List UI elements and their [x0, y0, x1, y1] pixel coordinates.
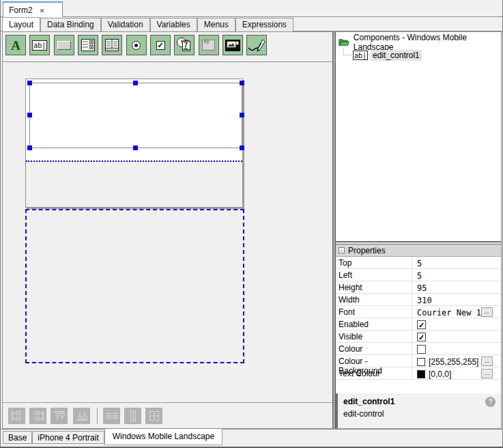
form-extent-outline: [25, 209, 244, 363]
edit-icon: ab|: [32, 40, 47, 51]
same-width-button[interactable]: [103, 408, 120, 424]
enabled-checkbox[interactable]: ✓: [417, 320, 426, 329]
help-icon[interactable]: ?: [485, 397, 495, 407]
property-row-height: Height 95: [336, 281, 501, 294]
resize-handle-top-right[interactable]: [240, 81, 244, 85]
add-listview-button[interactable]: [102, 35, 122, 55]
add-edit-button[interactable]: ab|: [29, 35, 50, 55]
properties-grid: Top 5 Left 5 Height 95 Width 310 Font Co…: [336, 257, 501, 380]
properties-header: - Properties: [336, 244, 501, 257]
close-icon[interactable]: ×: [40, 6, 45, 15]
resize-handle-bottom-left[interactable]: [27, 145, 32, 150]
resize-handle-top-left[interactable]: [27, 81, 32, 85]
signature-icon: [248, 37, 265, 53]
align-right-button[interactable]: [29, 408, 46, 424]
same-size-icon: [148, 410, 160, 422]
background-colour-picker-button[interactable]: ...: [481, 356, 493, 366]
tab-form2-label: Form2: [9, 5, 33, 15]
align-right-icon: [32, 410, 44, 421]
tree-item-label: edit_control1: [371, 50, 422, 61]
add-radiobutton-button[interactable]: [126, 35, 147, 55]
resize-handle-mid-left[interactable]: [27, 113, 32, 117]
folder-icon: [339, 38, 349, 46]
designer-tabbar: Layout Data Binding Validation Variables…: [1, 17, 502, 31]
document-tabbar: Form2 ×: [1, 0, 502, 17]
alignment-toolbar: [3, 402, 332, 428]
property-value-left[interactable]: 5: [412, 269, 501, 281]
resize-handle-mid-right[interactable]: [240, 113, 244, 117]
property-row-top: Top 5: [336, 257, 501, 269]
property-row-left: Left 5: [336, 269, 501, 281]
resize-handle-bottom-center[interactable]: [133, 145, 138, 150]
align-bottom-button[interactable]: [73, 408, 90, 424]
background-colour-value[interactable]: [255,255,255]: [429, 357, 478, 367]
collapse-icon[interactable]: -: [339, 247, 345, 253]
property-value-height[interactable]: 95: [412, 281, 501, 293]
tab-form2[interactable]: Form2 ×: [3, 1, 63, 18]
form-designer-window: Form2 × Layout Data Binding Validation V…: [0, 0, 503, 448]
text-colour-swatch: [417, 370, 425, 378]
align-left-button[interactable]: [8, 408, 25, 424]
same-height-button[interactable]: [124, 408, 141, 424]
tab-validation[interactable]: Validation: [101, 18, 150, 31]
resize-handle-top-center[interactable]: [133, 81, 138, 85]
designer-right-panel: Components - Windows Mobile Landscape ab…: [336, 31, 502, 429]
control-description-panel: edit_control1 edit-control ?: [336, 393, 501, 428]
label-icon: A: [11, 39, 20, 52]
tab-variables[interactable]: Variables: [150, 18, 197, 31]
visible-checkbox[interactable]: ✓: [417, 333, 426, 341]
add-image-button[interactable]: [222, 35, 243, 55]
property-row-text-colour: Text Colour [0,0,0] ...: [336, 367, 501, 380]
listview-icon: [105, 39, 119, 51]
align-top-button[interactable]: [51, 408, 68, 424]
align-left-icon: [11, 410, 23, 421]
add-button-button[interactable]: [54, 35, 74, 55]
tab-iphone-4-portrait[interactable]: iPhone 4 Portrait: [32, 431, 104, 444]
edit-control1-on-canvas[interactable]: [29, 83, 242, 148]
same-size-button[interactable]: [145, 408, 162, 424]
properties-title: Properties: [348, 246, 386, 255]
add-label-button[interactable]: A: [5, 35, 26, 55]
property-row-visible: Visible ✓: [336, 331, 501, 343]
components-root-label: Components - Windows Mobile Landscape: [354, 33, 498, 52]
form-surface[interactable]: [25, 79, 243, 208]
property-row-colour-background: Colour - Background [255,255,255] ...: [336, 355, 501, 367]
edit-icon: ab|: [353, 51, 368, 60]
textbox-icon: xy: [202, 40, 215, 51]
tab-windows-mobile-landscape[interactable]: Windows Mobile Landscape: [104, 429, 222, 445]
align-top-icon: [53, 410, 66, 421]
components-root-node[interactable]: Components - Windows Mobile Landscape: [339, 36, 498, 48]
tab-menus[interactable]: Menus: [197, 18, 235, 31]
add-textbox-button[interactable]: xy: [199, 35, 219, 55]
text-colour-picker-button[interactable]: ...: [481, 369, 493, 378]
design-canvas[interactable]: [3, 62, 332, 402]
property-value-width[interactable]: 310: [412, 294, 501, 305]
colour-checkbox[interactable]: [417, 345, 426, 354]
selected-control-name: edit_control1: [343, 397, 495, 406]
align-bottom-icon: [76, 410, 88, 421]
resize-handle-bottom-right[interactable]: [240, 145, 244, 150]
selected-control-type: edit-control: [343, 409, 495, 419]
add-combobox-button[interactable]: [78, 35, 98, 55]
components-tree[interactable]: Components - Windows Mobile Landscape ab…: [336, 32, 501, 241]
tab-expressions[interactable]: Expressions: [235, 18, 293, 31]
combobox-icon: [81, 39, 95, 51]
component-palette-toolbar: A ab|: [3, 32, 332, 62]
same-width-icon: [106, 411, 118, 421]
add-signature-button[interactable]: [246, 35, 267, 55]
button-icon: [57, 41, 71, 50]
font-picker-button[interactable]: ...: [481, 307, 493, 317]
text-colour-value[interactable]: [0,0,0]: [429, 369, 451, 379]
property-row-font: Font Courier New 12 ...: [336, 306, 501, 318]
tab-data-binding[interactable]: Data Binding: [40, 18, 101, 31]
add-datetime-button[interactable]: 7: [174, 35, 195, 55]
layout-tabbar: Base iPhone 4 Portrait Windows Mobile La…: [1, 429, 502, 447]
image-icon: [225, 40, 240, 51]
datetime-icon: 7: [176, 37, 192, 53]
checkbox-icon: ✓: [156, 41, 165, 50]
tab-layout[interactable]: Layout: [2, 17, 40, 31]
property-value-top[interactable]: 5: [412, 257, 501, 268]
add-checkbox-button[interactable]: ✓: [150, 35, 171, 55]
form-guide-line: [26, 160, 242, 207]
tab-base[interactable]: Base: [3, 431, 32, 444]
